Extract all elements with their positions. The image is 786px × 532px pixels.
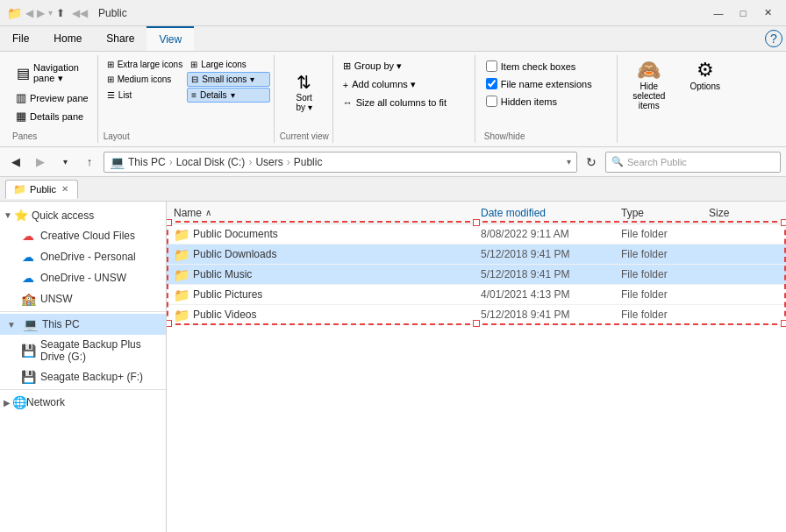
file-list-header: Name ∧ Date modified Type Size	[167, 202, 786, 224]
sidebar-item-creative-cloud[interactable]: ☁ Creative Cloud Files	[0, 225, 166, 246]
address-icon: 💻	[110, 155, 125, 169]
main-area: ▼ ⭐ Quick access ☁ Creative Cloud Files …	[0, 202, 786, 532]
toolbar-forward[interactable]: ▶	[37, 7, 45, 19]
folder-icon: 📁	[174, 227, 188, 241]
ribbon-group-show-hide: Item check boxes File name extensions Hi…	[477, 55, 618, 143]
table-row[interactable]: 📁 Public Music 5/12/2018 9:41 PM File fo…	[167, 265, 786, 285]
sidebar-item-onedrive-personal[interactable]: ☁ OneDrive - Personal	[0, 246, 166, 267]
size-columns-label: Size all columns to fit	[356, 97, 447, 108]
file-ext-checkbox[interactable]	[486, 78, 497, 89]
sidebar-quickaccess-header[interactable]: ▼ ⭐ Quick access	[0, 205, 166, 225]
preview-pane-button[interactable]: ▥ Preview pane	[12, 89, 92, 106]
file-ext-toggle[interactable]: File name extensions	[484, 76, 610, 91]
table-row[interactable]: 📁 Public Documents 8/08/2022 9:11 AM Fil…	[167, 224, 786, 245]
breadcrumb-localdisk[interactable]: Local Disk (C:)	[176, 156, 246, 168]
help-button[interactable]: ?	[765, 30, 782, 47]
layout-small[interactable]: ⊟ Small icons ▾	[187, 72, 269, 87]
tab-share[interactable]: Share	[94, 26, 146, 51]
layout-extra-large[interactable]: ⊞ Extra large icons	[104, 58, 186, 71]
col-header-type[interactable]: Type	[621, 207, 709, 219]
sidebar-item-onedrive-unsw[interactable]: ☁ OneDrive - UNSW	[0, 267, 166, 288]
item-checkboxes-toggle[interactable]: Item check boxes	[484, 59, 610, 74]
sort-by-button[interactable]: ⇅ Sortby ▾	[283, 67, 325, 117]
tab-home[interactable]: Home	[41, 26, 94, 51]
search-icon: 🔍	[611, 156, 624, 167]
maximize-button[interactable]: □	[732, 4, 754, 22]
search-bar[interactable]: 🔍 Search Public	[605, 152, 781, 173]
toolbar-recent[interactable]: ▾	[48, 8, 53, 18]
layout-icon: ⊞	[190, 60, 197, 69]
sidebar-network-header[interactable]: ▶ 🌐 Network	[0, 392, 166, 413]
layout-list[interactable]: ☰ List	[104, 88, 186, 103]
breadcrumb-public[interactable]: Public	[294, 156, 323, 168]
sidebar-item-unsw[interactable]: 🏫 UNSW	[0, 288, 166, 309]
title-bar-left: 📁 ◀ ▶ ▾ ⬆ ◀◀ Public	[7, 6, 127, 20]
hidden-items-checkbox[interactable]	[486, 96, 497, 107]
minimize-button[interactable]: —	[707, 4, 730, 22]
table-row[interactable]: 📁 Public Pictures 4/01/2021 4:13 PM File…	[167, 285, 786, 305]
file-date: 5/12/2018 9:41 PM	[481, 248, 621, 260]
details-pane-button[interactable]: ▦ Details pane	[12, 108, 92, 124]
col-header-date[interactable]: Date modified	[481, 207, 621, 219]
up-button[interactable]: ↑	[79, 152, 100, 173]
ribbon-group-current-view: ⊞ Group by ▾ + Add columns ▾ ↔ Size all …	[335, 55, 475, 143]
hide-selected-button[interactable]: 🙈 Hide selected items	[623, 55, 675, 143]
sort-label: Sortby ▾	[297, 93, 312, 112]
address-dropdown-arrow[interactable]: ▾	[567, 157, 571, 167]
add-columns-button[interactable]: + Add columns ▾	[339, 76, 471, 93]
tab-close-button[interactable]: ✕	[60, 184, 70, 194]
tab-bar: 📁 Public ✕	[0, 177, 786, 202]
close-button[interactable]: ✕	[756, 4, 779, 22]
size-columns-button[interactable]: ↔ Size all columns to fit	[339, 95, 471, 110]
title-bar-buttons: — □ ✕	[707, 4, 779, 22]
file-date: 8/08/2022 9:11 AM	[481, 228, 621, 240]
address-bar[interactable]: 💻 This PC › Local Disk (C:) › Users › Pu…	[104, 152, 577, 173]
folder-icon: 📁	[174, 287, 188, 301]
layout-icon: ⊟	[191, 74, 198, 84]
tab-view[interactable]: View	[146, 26, 194, 51]
col-header-name[interactable]: Name ∧	[174, 207, 481, 219]
forward-button[interactable]: ▶	[30, 152, 51, 173]
item-checkboxes-checkbox[interactable]	[486, 60, 497, 72]
table-row[interactable]: 📁 Public Videos 5/12/2018 9:41 PM File f…	[167, 305, 786, 325]
hidden-items-toggle[interactable]: Hidden items	[484, 94, 610, 109]
sort-icon: ⇅	[297, 72, 311, 93]
options-label: Options	[690, 82, 720, 91]
hide-selected-label: Hide selected items	[628, 82, 670, 110]
folder-icon: 📁	[174, 267, 188, 281]
quick-access-back[interactable]: ◀◀	[72, 7, 88, 19]
breadcrumb-thispc[interactable]: This PC	[128, 156, 166, 168]
tab-public[interactable]: 📁 Public ✕	[5, 180, 78, 199]
col-size-label: Size	[709, 207, 729, 219]
group-by-button[interactable]: ⊞ Group by ▾	[339, 58, 471, 74]
toolbar-up[interactable]: ⬆	[56, 7, 65, 19]
ribbon: File Home Share View ? ▤ Navigationpane …	[0, 26, 786, 147]
sidebar-item-label: Seagate Backup+ (F:)	[40, 371, 143, 383]
onedrive-unsw-icon: ☁	[21, 271, 35, 285]
onedrive-personal-icon: ☁	[21, 250, 35, 264]
options-button[interactable]: ⚙ Options	[679, 55, 732, 143]
tab-file[interactable]: File	[0, 26, 41, 51]
sidebar-item-this-pc[interactable]: ▼ 💻 This PC	[0, 314, 166, 335]
layout-medium[interactable]: ⊞ Medium icons	[104, 72, 186, 87]
add-columns-icon: +	[343, 80, 348, 90]
sidebar-item-seagate-g[interactable]: 💾 Seagate Backup Plus Drive (G:)	[0, 335, 166, 366]
layout-large[interactable]: ⊞ Large icons	[187, 58, 269, 71]
recent-button[interactable]: ▾	[54, 152, 75, 173]
file-name: Public Music	[193, 268, 481, 280]
size-columns-icon: ↔	[343, 97, 353, 108]
breadcrumb-users[interactable]: Users	[255, 156, 282, 168]
network-arrow: ▶	[4, 398, 11, 408]
navigation-pane-button[interactable]: ▤ Navigationpane ▾	[12, 59, 92, 88]
refresh-button[interactable]: ↻	[581, 152, 602, 173]
this-pc-icon: 💻	[23, 317, 37, 331]
sidebar-item-seagate-f[interactable]: 💾 Seagate Backup+ (F:)	[0, 366, 166, 387]
layout-icon: ≡	[191, 90, 196, 100]
back-button[interactable]: ◀	[5, 152, 26, 173]
table-row[interactable]: 📁 Public Downloads 5/12/2018 9:41 PM Fil…	[167, 245, 786, 265]
hidden-items-label: Hidden items	[501, 96, 557, 107]
col-header-size[interactable]: Size	[709, 207, 779, 219]
seagate-g-icon: 💾	[21, 344, 35, 358]
layout-details[interactable]: ≡ Details ▾	[187, 88, 269, 103]
toolbar-back[interactable]: ◀	[25, 7, 33, 19]
